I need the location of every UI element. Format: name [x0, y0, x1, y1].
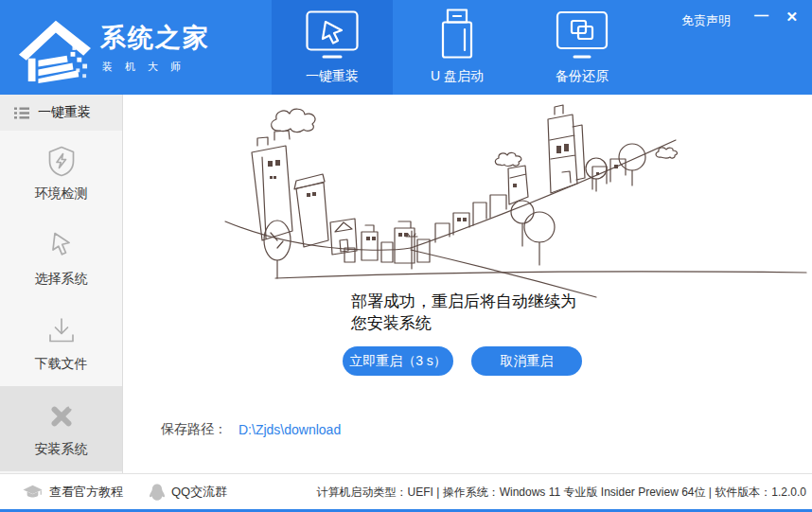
save-path-row: 保存路径： D:\Zjds\download — [161, 421, 341, 438]
step-env-check[interactable]: 环境检测 — [0, 131, 122, 216]
cancel-restart-button[interactable]: 取消重启 — [471, 346, 582, 376]
graduation-cap-icon — [23, 485, 43, 499]
action-row: 立即重启（3 s） 取消重启 — [343, 346, 582, 376]
step-label: 选择系统 — [35, 271, 88, 288]
nav-tabs: 一键重装 U 盘启动 — [272, 0, 643, 95]
save-path-label: 保存路径： — [161, 421, 227, 438]
step-label: 下载文件 — [35, 356, 88, 373]
tab-onekey-reinstall[interactable]: 一键重装 — [272, 0, 393, 95]
brand: 系统之家 装机大师 — [15, 11, 210, 83]
shield-bolt-icon — [45, 145, 78, 177]
brand-title: 系统之家 — [100, 21, 210, 55]
step-install-system[interactable]: 安装系统 — [0, 386, 122, 471]
list-icon — [14, 107, 29, 119]
tab-label: U 盘启动 — [431, 68, 484, 85]
monitor-cursor-icon — [306, 10, 359, 60]
cityscape-illustration — [223, 98, 808, 299]
cursor-arrow-icon — [45, 230, 78, 262]
qq-group-link[interactable]: QQ交流群 — [150, 484, 227, 501]
backup-windows-icon — [556, 10, 609, 60]
restart-now-button[interactable]: 立即重启（3 s） — [343, 346, 453, 376]
tab-usb-boot[interactable]: U 盘启动 — [397, 0, 518, 95]
status-bar: 计算机启动类型：UEFI | 操作系统：Windows 11 专业版 Insid… — [284, 485, 806, 500]
message-line-1: 部署成功，重启后将自动继续为 — [351, 291, 576, 313]
crossed-tools-icon — [45, 400, 78, 433]
deploy-success-message: 部署成功，重启后将自动继续为 您安装系统 — [351, 291, 576, 335]
save-path-link[interactable]: D:\Zjds\download — [238, 422, 341, 437]
step-label: 环境检测 — [35, 185, 88, 203]
app-logo-icon — [15, 11, 93, 83]
step-download-files[interactable]: 下载文件 — [0, 301, 122, 386]
qq-penguin-icon — [150, 484, 165, 501]
footer-link-label: 查看官方教程 — [49, 484, 123, 501]
message-line-2: 您安装系统 — [351, 313, 576, 335]
close-button[interactable]: ✕ — [786, 6, 798, 28]
sidebar: 一键重装 环境检测 选择系统 — [0, 95, 123, 473]
step-label: 安装系统 — [35, 441, 88, 458]
brand-text: 系统之家 装机大师 — [100, 21, 210, 74]
header: 系统之家 装机大师 一键重装 — [0, 0, 812, 95]
tab-backup-restore[interactable]: 备份还原 — [521, 0, 643, 95]
main-content: 部署成功，重启后将自动继续为 您安装系统 立即重启（3 s） 取消重启 保存路径… — [124, 95, 812, 473]
step-select-system[interactable]: 选择系统 — [0, 216, 122, 301]
app-window: 系统之家 装机大师 一键重装 — [0, 0, 812, 512]
official-tutorial-link[interactable]: 查看官方教程 — [23, 484, 123, 501]
footer: 查看官方教程 QQ交流群 计算机启动类型：UEFI | 操作系统：Windows… — [0, 473, 812, 509]
sidebar-header: 一键重装 — [0, 95, 122, 131]
brand-subtitle: 装机大师 — [102, 60, 210, 74]
system-status-text: 计算机启动类型：UEFI | 操作系统：Windows 11 专业版 Insid… — [317, 485, 806, 500]
tab-label: 一键重装 — [306, 68, 359, 85]
disclaimer-link[interactable]: 免责声明 — [681, 12, 731, 29]
download-icon — [45, 315, 78, 347]
tab-label: 备份还原 — [556, 68, 609, 85]
footer-link-label: QQ交流群 — [171, 484, 227, 501]
usb-drive-icon — [436, 9, 478, 60]
sidebar-header-label: 一键重装 — [38, 104, 91, 121]
minimize-button[interactable]: — — [754, 4, 768, 26]
